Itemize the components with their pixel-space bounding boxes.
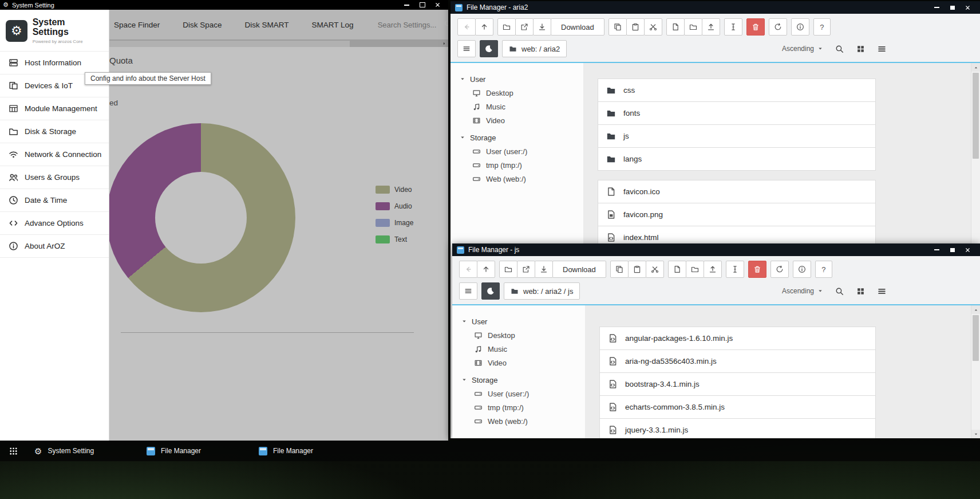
file-row[interactable]: aria-ng-da5356c403.min.js bbox=[599, 349, 876, 373]
tree-section-storage[interactable]: Storage bbox=[460, 131, 583, 144]
cut-button[interactable] bbox=[644, 18, 662, 36]
list-view-button[interactable] bbox=[873, 283, 890, 299]
scroll-up-button[interactable] bbox=[971, 305, 980, 314]
tab-disk-space[interactable]: Disk Space bbox=[183, 21, 222, 29]
up-button[interactable] bbox=[477, 261, 495, 278]
cut-button[interactable] bbox=[646, 261, 664, 278]
minimize-button[interactable] bbox=[399, 1, 414, 9]
search-button[interactable] bbox=[831, 283, 848, 299]
close-button[interactable] bbox=[960, 246, 975, 254]
new-file-button[interactable] bbox=[666, 18, 685, 36]
sidebar-item-disk-storage[interactable]: Disk & Storage bbox=[0, 120, 109, 143]
taskbar-item-file-manager-2[interactable]: File Manager bbox=[251, 441, 363, 461]
file-row[interactable]: favicon.ico bbox=[598, 180, 876, 203]
info-button[interactable] bbox=[791, 18, 809, 36]
sort-dropdown[interactable]: Ascending bbox=[779, 287, 827, 295]
sidebar-item-module-management[interactable]: Module Management bbox=[0, 97, 109, 120]
taskbar-item-file-manager-1[interactable]: File Manager bbox=[139, 441, 251, 461]
close-button[interactable] bbox=[430, 1, 445, 9]
app-launcher-button[interactable] bbox=[0, 441, 26, 461]
breadcrumb[interactable]: web: / aria2 bbox=[502, 40, 567, 57]
folder-row[interactable]: css bbox=[598, 78, 876, 102]
tab-smart-log[interactable]: SMART Log bbox=[312, 21, 354, 29]
file-row[interactable]: angular-packages-1.6.10.min.js bbox=[599, 327, 876, 350]
upload-button[interactable] bbox=[704, 261, 722, 278]
tree-item-user-drive[interactable]: User (user:/) bbox=[461, 387, 585, 400]
up-button[interactable] bbox=[475, 18, 493, 36]
scroll-right-button[interactable] bbox=[440, 40, 448, 47]
help-button[interactable]: ? bbox=[815, 261, 832, 278]
file-row[interactable]: echarts-common-3.8.5.min.js bbox=[599, 395, 876, 419]
open-in-new-button[interactable] bbox=[517, 261, 535, 278]
tree-item-desktop[interactable]: Desktop bbox=[461, 328, 585, 342]
tree-item-user-drive[interactable]: User (user:/) bbox=[460, 144, 583, 158]
back-button[interactable] bbox=[457, 18, 476, 36]
tree-item-music[interactable]: Music bbox=[461, 342, 585, 356]
tree-item-video[interactable]: Video bbox=[461, 356, 585, 370]
download-icon-button[interactable] bbox=[535, 261, 553, 278]
tree-item-tmp-drive[interactable]: tmp (tmp:/) bbox=[460, 158, 583, 172]
folder-row[interactable]: langs bbox=[598, 147, 876, 171]
download-icon-button[interactable] bbox=[533, 18, 551, 36]
download-button[interactable]: Download bbox=[552, 261, 606, 278]
dark-mode-toggle[interactable] bbox=[481, 282, 500, 300]
upload-button[interactable] bbox=[702, 18, 720, 36]
tree-item-desktop[interactable]: Desktop bbox=[460, 86, 583, 100]
delete-button[interactable] bbox=[746, 18, 765, 36]
maximize-button[interactable] bbox=[414, 1, 430, 9]
scroll-up-button[interactable] bbox=[971, 63, 980, 72]
new-file-button[interactable] bbox=[668, 261, 686, 278]
list-view-button[interactable] bbox=[873, 41, 890, 57]
sort-dropdown[interactable]: Ascending bbox=[779, 45, 827, 53]
grid-view-button[interactable] bbox=[852, 283, 869, 299]
sidebar-item-users-groups[interactable]: Users & Groups bbox=[0, 166, 109, 188]
rename-button[interactable] bbox=[724, 18, 742, 36]
scrollbar-thumb[interactable] bbox=[973, 315, 979, 361]
rename-button[interactable] bbox=[726, 261, 744, 278]
maximize-button[interactable] bbox=[945, 3, 960, 12]
sidebar-item-date-time[interactable]: Date & Time bbox=[0, 188, 109, 211]
tree-item-music[interactable]: Music bbox=[460, 100, 583, 113]
sidebar-item-about-aroz[interactable]: About ArOZ bbox=[0, 234, 109, 258]
tree-section-user[interactable]: User bbox=[460, 72, 583, 86]
tree-item-web-drive[interactable]: Web (web:/) bbox=[461, 414, 585, 428]
folder-row[interactable]: js bbox=[598, 124, 876, 148]
paste-button[interactable] bbox=[628, 261, 646, 278]
copy-button[interactable] bbox=[608, 18, 627, 36]
back-button[interactable] bbox=[459, 261, 477, 278]
minimize-button[interactable] bbox=[929, 246, 945, 254]
refresh-button[interactable] bbox=[769, 18, 787, 36]
maximize-button[interactable] bbox=[945, 246, 960, 254]
taskbar-item-system-setting[interactable]: ⚙ System Setting bbox=[26, 441, 139, 461]
grid-view-button[interactable] bbox=[852, 41, 869, 57]
tree-item-tmp-drive[interactable]: tmp (tmp:/) bbox=[461, 400, 585, 414]
scroll-down-button[interactable] bbox=[971, 430, 980, 438]
menu-button[interactable] bbox=[459, 282, 477, 300]
folder-row[interactable]: fonts bbox=[598, 101, 876, 125]
file-row[interactable]: jquery-3.3.1.min.js bbox=[599, 418, 876, 438]
menu-button[interactable] bbox=[457, 40, 476, 57]
open-in-new-button[interactable] bbox=[515, 18, 534, 36]
settings-search-input[interactable] bbox=[377, 20, 443, 30]
sidebar-item-advance-options[interactable]: Advance Options bbox=[0, 211, 109, 234]
fm-titlebar[interactable]: File Manager - js bbox=[452, 243, 980, 256]
paste-button[interactable] bbox=[626, 18, 645, 36]
open-button[interactable] bbox=[497, 18, 516, 36]
sidebar-item-host-information[interactable]: Host Information bbox=[0, 51, 109, 74]
tab-space-finder[interactable]: Space Finder bbox=[114, 21, 160, 29]
tree-item-video[interactable]: Video bbox=[460, 113, 583, 127]
minimize-button[interactable] bbox=[929, 3, 945, 12]
new-folder-button[interactable] bbox=[684, 18, 702, 36]
close-button[interactable] bbox=[960, 3, 975, 12]
scrollbar-thumb[interactable] bbox=[109, 41, 350, 47]
new-folder-button[interactable] bbox=[686, 261, 704, 278]
search-button[interactable] bbox=[831, 41, 848, 57]
vertical-scrollbar[interactable] bbox=[971, 305, 980, 438]
fm-titlebar[interactable]: File Manager - aria2 bbox=[451, 1, 980, 14]
system-settings-titlebar[interactable]: ⚙ System Setting bbox=[0, 0, 448, 10]
tree-item-web-drive[interactable]: Web (web:/) bbox=[460, 172, 583, 186]
download-button[interactable]: Download bbox=[551, 18, 604, 36]
delete-button[interactable] bbox=[748, 261, 766, 278]
info-button[interactable] bbox=[793, 261, 811, 278]
scrollbar-thumb[interactable] bbox=[973, 73, 979, 159]
